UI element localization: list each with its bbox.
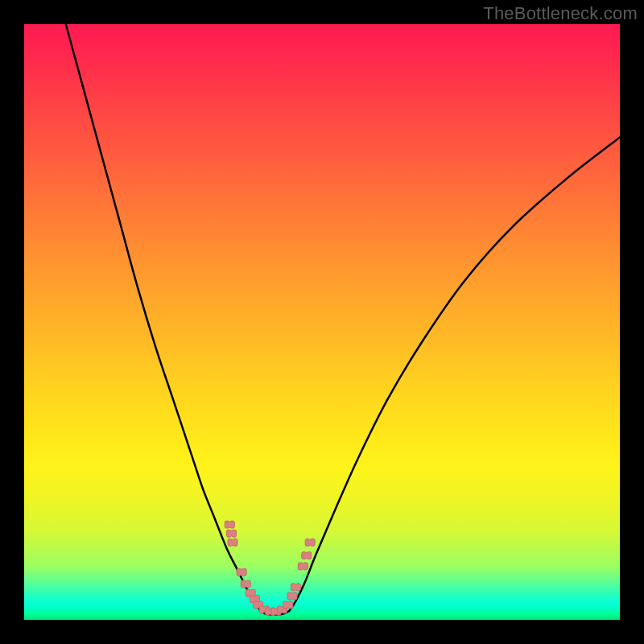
curve-right-curve (289, 138, 620, 611)
chart-frame: TheBottleneck.com (0, 0, 644, 644)
watermark-text: TheBottleneck.com (483, 3, 638, 24)
marker-group (225, 521, 315, 615)
curve-group (66, 24, 620, 614)
plot-area (24, 24, 620, 620)
chart-svg (24, 24, 620, 620)
